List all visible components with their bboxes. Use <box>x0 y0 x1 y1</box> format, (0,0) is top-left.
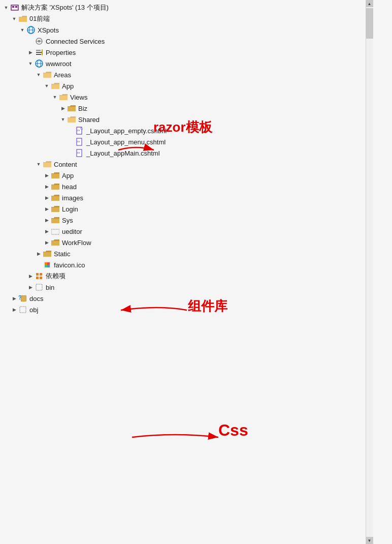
connected-services-label: Connected Services <box>46 38 105 45</box>
svg-rect-31 <box>47 262 50 265</box>
app-content-node[interactable]: ▶ App <box>0 170 366 181</box>
static-node[interactable]: ▶ Static <box>0 248 366 259</box>
app-areas-expander[interactable]: ▼ <box>43 82 51 90</box>
docs-icon: ? <box>18 294 27 303</box>
biz-node[interactable]: ▶ Biz <box>0 103 366 114</box>
connected-services-node[interactable]: Connected Services <box>0 36 366 47</box>
images-label: images <box>62 194 83 202</box>
01frontend-expander[interactable]: ▼ <box>10 15 18 23</box>
wwwroot-node[interactable]: ▼ wwwroot <box>0 58 366 69</box>
login-icon <box>51 204 60 214</box>
content-label: Content <box>54 161 77 168</box>
docs-label: docs <box>29 295 43 303</box>
areas-expander[interactable]: ▼ <box>35 71 43 79</box>
deps-label: 依赖项 <box>46 271 66 281</box>
layout-main-label: _Layout_appMain.cshtml <box>86 149 160 157</box>
app-content-label: App <box>62 172 74 179</box>
sys-icon <box>51 216 60 225</box>
workflow-label: WorkFlow <box>62 239 91 247</box>
xspots-node[interactable]: ▼ XSpots <box>0 24 366 36</box>
head-expander[interactable]: ▶ <box>43 183 51 191</box>
docs-expander[interactable]: ▶ <box>10 294 18 303</box>
svg-rect-10 <box>36 50 41 51</box>
svg-rect-13 <box>42 49 43 55</box>
app-areas-icon <box>51 81 60 90</box>
properties-node[interactable]: ▶ Properties <box>0 47 366 58</box>
areas-label: Areas <box>54 71 71 79</box>
images-node[interactable]: ▶ images <box>0 192 366 203</box>
svg-text:cs: cs <box>77 140 80 143</box>
ueditor-label: ueditor <box>62 228 82 235</box>
obj-icon <box>18 305 27 314</box>
solution-node[interactable]: ▼ 解决方案 'XSpots' (13 个项目) <box>0 2 366 13</box>
app-content-icon <box>51 171 60 180</box>
images-icon <box>51 193 60 202</box>
scroll-thumb[interactable] <box>366 8 373 39</box>
workflow-node[interactable]: ▶ WorkFlow <box>0 237 366 248</box>
sys-expander[interactable]: ▶ <box>43 216 51 224</box>
svg-rect-35 <box>40 277 42 279</box>
svg-rect-33 <box>40 273 42 276</box>
01frontend-node[interactable]: ▼ 01前端 <box>0 13 366 24</box>
ueditor-expander[interactable]: ▶ <box>43 227 51 235</box>
scroll-up-button[interactable]: ▲ <box>366 0 373 7</box>
wwwroot-icon <box>35 59 44 68</box>
head-node[interactable]: ▶ head <box>0 181 366 192</box>
sys-node[interactable]: ▶ Sys <box>0 215 366 226</box>
xspots-expander[interactable]: ▼ <box>18 26 26 34</box>
shared-expander[interactable]: ▼ <box>59 115 67 124</box>
app-areas-node[interactable]: ▼ App <box>0 80 366 92</box>
shared-node[interactable]: ▼ Shared <box>0 114 366 125</box>
01frontend-icon <box>18 14 27 23</box>
bin-node[interactable]: ▶ bin <box>0 282 366 293</box>
layout-main-node[interactable]: cs _Layout_appMain.cshtml <box>0 147 366 159</box>
svg-rect-39 <box>21 296 26 301</box>
solution-expander[interactable]: ▼ <box>2 4 10 12</box>
static-expander[interactable]: ▶ <box>35 250 43 258</box>
favicon-label: favicon.ico <box>54 261 85 269</box>
workflow-icon <box>51 238 60 247</box>
svg-rect-32 <box>36 273 39 276</box>
obj-expander[interactable]: ▶ <box>10 306 18 314</box>
login-node[interactable]: ▶ Login <box>0 203 366 215</box>
layout-menu-node[interactable]: cs _Layout_app_menu.cshtml <box>0 136 366 147</box>
solution-icon <box>10 3 19 12</box>
workflow-expander[interactable]: ▶ <box>43 238 51 247</box>
app-content-expander[interactable]: ▶ <box>43 171 51 179</box>
properties-expander[interactable]: ▶ <box>26 48 35 56</box>
areas-icon <box>43 70 52 79</box>
svg-rect-12 <box>36 54 41 55</box>
deps-expander[interactable]: ▶ <box>26 272 35 280</box>
views-expander[interactable]: ▼ <box>51 93 59 101</box>
obj-node[interactable]: ▶ obj <box>0 304 366 315</box>
login-expander[interactable]: ▶ <box>43 205 51 213</box>
login-label: Login <box>62 205 78 213</box>
connected-services-icon <box>35 37 44 46</box>
svg-rect-1 <box>12 6 14 8</box>
biz-expander[interactable]: ▶ <box>59 104 67 112</box>
properties-icon <box>35 48 44 57</box>
xspots-label: XSpots <box>38 26 59 34</box>
views-icon <box>59 93 68 102</box>
shared-label: Shared <box>78 116 100 124</box>
views-node[interactable]: ▼ Views <box>0 92 366 103</box>
ueditor-icon <box>51 227 60 236</box>
content-expander[interactable]: ▼ <box>35 160 43 168</box>
views-label: Views <box>70 94 87 101</box>
favicon-node[interactable]: favicon.ico <box>0 259 366 270</box>
01frontend-label: 01前端 <box>29 14 50 23</box>
bin-expander[interactable]: ▶ <box>26 283 35 291</box>
css-annotation: Css <box>218 421 248 440</box>
layout-empty-node[interactable]: cs _Layout_app_empty.cshtml <box>0 125 366 136</box>
ueditor-node[interactable]: ▶ ueditor <box>0 226 366 237</box>
content-node[interactable]: ▼ Content <box>0 159 366 170</box>
svg-rect-28 <box>45 262 47 265</box>
scroll-down-button[interactable]: ▼ <box>366 537 373 544</box>
areas-node[interactable]: ▼ Areas <box>0 69 366 80</box>
images-expander[interactable]: ▶ <box>43 194 51 202</box>
docs-node[interactable]: ▶ ? docs <box>0 293 366 304</box>
wwwroot-expander[interactable]: ▼ <box>26 59 35 68</box>
scroll-track <box>366 7 373 537</box>
deps-node[interactable]: ▶ 依赖项 <box>0 270 366 282</box>
favicon-icon <box>43 260 52 269</box>
